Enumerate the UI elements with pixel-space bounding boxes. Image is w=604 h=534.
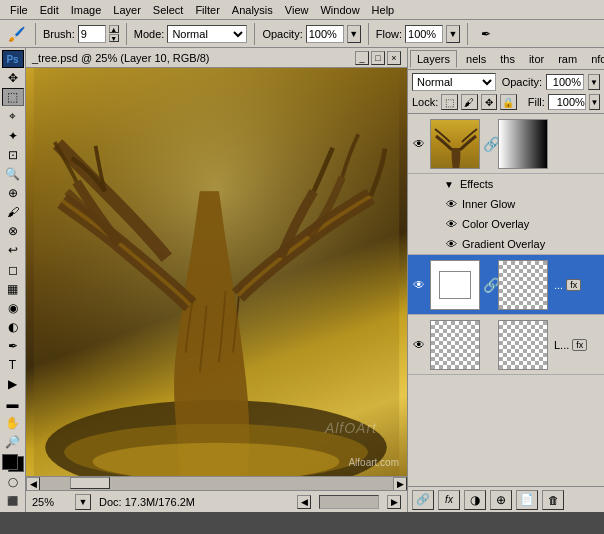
minimize-button[interactable]: _ [355, 51, 369, 65]
healing-tool[interactable]: ⊕ [2, 184, 24, 202]
eyedropper-tool[interactable]: 🔍 [2, 165, 24, 183]
airbrush-icon[interactable]: ✒ [475, 23, 497, 45]
menu-analysis[interactable]: Analysis [226, 3, 279, 17]
brush-tool-icon[interactable]: 🖌️ [4, 22, 28, 46]
dodge-tool[interactable]: ◐ [2, 318, 24, 336]
path-selection-tool[interactable]: ▶ [2, 375, 24, 393]
effect-gradient-overlay-eye[interactable]: 👁 [444, 237, 458, 251]
menu-window[interactable]: Window [314, 3, 365, 17]
marquee-tool[interactable]: ⬚ [2, 88, 24, 106]
effect-inner-glow[interactable]: 👁 Inner Glow [408, 194, 604, 214]
fill-value-input[interactable] [548, 94, 586, 110]
mode-select[interactable]: Normal [167, 25, 247, 43]
layer-item-1[interactable]: 👁 🔗 [408, 114, 604, 174]
layer-1-mask-gradient [499, 120, 547, 168]
eraser-tool[interactable]: ◻ [2, 261, 24, 279]
blur-tool[interactable]: ◉ [2, 299, 24, 317]
tab-info[interactable]: nfo [584, 50, 604, 67]
opacity-arrow[interactable]: ▼ [347, 25, 361, 43]
flow-group: Flow: ▼ [376, 25, 460, 43]
canvas-content[interactable]: AlfOArt Alfoart.com [26, 68, 407, 476]
menu-select[interactable]: Select [147, 3, 190, 17]
flow-arrow[interactable]: ▼ [446, 25, 460, 43]
crop-tool[interactable]: ⊡ [2, 146, 24, 164]
brush-tool[interactable]: 🖌 [2, 203, 24, 221]
layers-list: 👁 🔗 [408, 114, 604, 486]
status-arrow-right[interactable]: ▶ [387, 495, 401, 509]
screen-mode-tool[interactable]: ⬛ [2, 492, 24, 510]
layer-1-visibility-toggle[interactable]: 👁 [411, 136, 427, 152]
text-tool[interactable]: T [2, 356, 24, 374]
menu-image[interactable]: Image [65, 3, 108, 17]
blend-mode-select[interactable]: Normal [412, 73, 496, 91]
tree-svg [26, 68, 407, 476]
magic-wand-tool[interactable]: ✦ [2, 127, 24, 145]
brush-size-arrows[interactable]: ▲ ▼ [109, 25, 119, 42]
tab-channels[interactable]: nels [459, 50, 493, 67]
tab-history[interactable]: itor [522, 50, 551, 67]
status-arrow-left[interactable]: ◀ [297, 495, 311, 509]
maximize-button[interactable]: □ [371, 51, 385, 65]
menu-view[interactable]: View [279, 3, 315, 17]
menu-file[interactable]: File [4, 3, 34, 17]
opacity-value-input[interactable] [546, 74, 584, 90]
effect-color-overlay[interactable]: 👁 Color Overlay [408, 214, 604, 234]
add-style-button[interactable]: fx [438, 490, 460, 510]
lock-position-button[interactable]: ✥ [481, 94, 498, 110]
panel-bottom: 🔗 fx ◑ ⊕ 📄 🗑 [408, 486, 604, 512]
hscroll-thumb[interactable] [70, 477, 110, 489]
tab-actions[interactable]: ram [551, 50, 584, 67]
hscroll-right-button[interactable]: ▶ [393, 477, 407, 491]
effect-color-overlay-eye[interactable]: 👁 [444, 217, 458, 231]
layer-2-visibility-toggle[interactable]: 👁 [411, 277, 427, 293]
zoom-menu-button[interactable]: ▼ [75, 494, 91, 510]
move-tool[interactable]: ✥ [2, 69, 24, 87]
flow-input[interactable] [405, 25, 443, 43]
menu-help[interactable]: Help [366, 3, 401, 17]
color-swatches[interactable] [2, 454, 24, 472]
gradient-tool[interactable]: ▦ [2, 280, 24, 298]
effects-label: Effects [460, 178, 493, 190]
foreground-color[interactable] [2, 454, 18, 470]
status-scroll[interactable] [319, 495, 379, 509]
layer-item-2[interactable]: 👁 🔗 ... fx [408, 255, 604, 315]
pen-tool[interactable]: ✒ [2, 337, 24, 355]
layer-item-3[interactable]: 👁 L... fx [408, 315, 604, 375]
lock-image-button[interactable]: 🖌 [461, 94, 478, 110]
hscroll-track[interactable] [40, 477, 393, 490]
close-canvas-button[interactable]: × [387, 51, 401, 65]
layer-2-chain-icon[interactable]: 🔗 [483, 277, 495, 293]
delete-layer-button[interactable]: 🗑 [542, 490, 564, 510]
zoom-tool[interactable]: 🔎 [2, 433, 24, 451]
menu-edit[interactable]: Edit [34, 3, 65, 17]
link-layers-button[interactable]: 🔗 [412, 490, 434, 510]
opacity-dropdown-button[interactable]: ▼ [588, 74, 600, 90]
fill-dropdown-button[interactable]: ▼ [589, 94, 600, 110]
layer-3-visibility-toggle[interactable]: 👁 [411, 337, 427, 353]
tab-paths[interactable]: ths [493, 50, 522, 67]
new-layer-button[interactable]: 📄 [516, 490, 538, 510]
opacity-group: Opacity: ▼ [262, 25, 360, 43]
tab-layers[interactable]: Layers [410, 50, 457, 68]
hscroll-left-button[interactable]: ◀ [26, 477, 40, 491]
layer-1-chain-icon[interactable]: 🔗 [483, 136, 495, 152]
opacity-input[interactable] [306, 25, 344, 43]
lock-transparent-button[interactable]: ⬚ [441, 94, 458, 110]
menu-filter[interactable]: Filter [189, 3, 225, 17]
add-mask-button[interactable]: ◑ [464, 490, 486, 510]
new-fill-layer-button[interactable]: ⊕ [490, 490, 512, 510]
menu-layer[interactable]: Layer [107, 3, 147, 17]
history-brush-tool[interactable]: ↩ [2, 241, 24, 259]
effect-gradient-overlay-label: Gradient Overlay [462, 238, 545, 250]
lasso-tool[interactable]: ⌖ [2, 107, 24, 125]
layer-2-inner-box [439, 271, 471, 299]
shape-tool[interactable]: ▬ [2, 395, 24, 413]
hand-tool[interactable]: ✋ [2, 414, 24, 432]
lock-all-button[interactable]: 🔒 [500, 94, 517, 110]
effect-inner-glow-eye[interactable]: 👁 [444, 197, 458, 211]
effect-gradient-overlay[interactable]: 👁 Gradient Overlay [408, 234, 604, 254]
lock-row: Lock: ⬚ 🖌 ✥ 🔒 Fill: ▼ [412, 94, 600, 110]
quick-mask-tool[interactable]: ◯ [2, 473, 24, 491]
brush-size-input[interactable] [78, 25, 106, 43]
clone-tool[interactable]: ⊗ [2, 222, 24, 240]
